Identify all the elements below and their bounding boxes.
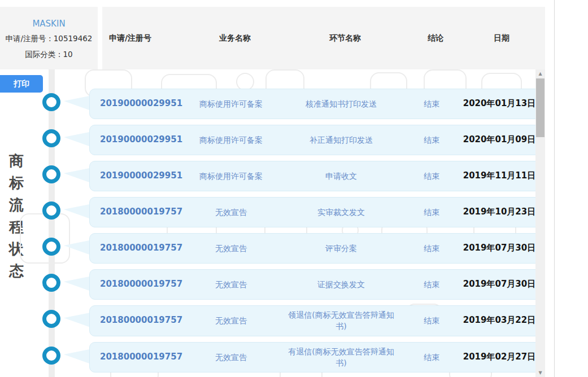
trademark-summary-card: MASKIN 申请/注册号 : 10519462 国际分类 : 10 [0,7,98,69]
result-cell: 结束 [409,352,454,363]
step-cell: 补正通知打印发送 [273,134,409,146]
step-cell: 申请收文 [273,170,409,182]
timeline-node-icon [42,129,60,147]
timeline-node-icon [42,274,60,292]
business-cell: 商标使用许可备案 [189,134,273,146]
business-cell: 无效宣告 [189,279,273,290]
process-record: 20180000019757 无效宣告 证据交换发文 结束 2019年07月30… [89,269,544,300]
process-record: 20190000029951 商标使用许可备案 补正通知打印发送 结束 2020… [89,125,544,155]
timeline-track [49,69,55,377]
process-record: 20180000019757 无效宣告 有退信(商标无效宣告答辩通知书) 结束 … [89,342,544,373]
reg-no-cell: 20180000019757 [90,242,189,255]
result-cell: 结束 [409,134,454,146]
reg-no-cell: 20190000029951 [90,98,189,110]
timeline-row: 20190000029951 商标使用许可备案 核准通知书打印发送 结束 202… [89,89,544,119]
date-cell: 2019年07月30日 [454,278,545,291]
business-cell: 无效宣告 [189,315,273,326]
bubble-tail-icon [64,96,89,110]
timeline-row: 20180000019757 无效宣告 评审分案 结束 2019年07月30日 [89,233,544,264]
bubble-tail-icon [64,132,89,146]
step-cell: 评审分案 [273,243,409,254]
timeline-node-icon [42,165,60,183]
result-cell: 结束 [409,243,454,254]
timeline-node-icon [42,347,60,365]
business-cell: 无效宣告 [189,352,273,363]
panel-border [554,0,555,377]
table-header: 申请/注册号 业务名称 环节名称 结论 日期 [102,7,545,69]
col-header-result: 结论 [413,33,458,43]
scroll-down-icon[interactable]: ▼ [535,369,545,377]
scroll-up-icon[interactable]: ▲ [535,69,545,78]
timeline-node-icon [42,238,60,256]
process-record: 20180000019757 无效宣告 领退信(商标无效宣告答辩通知书) 结束 … [89,305,544,336]
reg-no-cell: 20190000029951 [90,170,189,182]
result-cell: 结束 [409,207,454,218]
vertical-scrollbar[interactable]: ▲ ▼ [535,69,545,377]
step-cell: 核准通知书打印发送 [273,98,409,109]
timeline-rows: 20190000029951 商标使用许可备案 核准通知书打印发送 结束 202… [89,69,544,372]
result-cell: 结束 [409,315,454,326]
registration-number-line: 申请/注册号 : 10519462 [0,34,98,44]
business-cell: 商标使用许可备案 [189,170,273,182]
trademark-name: MASKIN [0,19,98,29]
date-cell: 2019年03月22日 [454,314,545,327]
intl-class-line: 国际分类 : 10 [0,50,98,60]
timeline-row: 20180000019757 无效宣告 实审裁文发文 结束 2019年10月23… [89,197,544,227]
date-cell: 2019年10月23日 [454,206,545,218]
process-record: 20180000019757 无效宣告 评审分案 结束 2019年07月30日 [89,233,544,264]
col-header-date: 日期 [458,33,545,43]
timeline-row: 20180000019757 无效宣告 领退信(商标无效宣告答辩通知书) 结束 … [89,305,544,336]
scrollbar-thumb[interactable] [536,78,545,137]
bubble-tail-icon [64,168,89,182]
result-cell: 结束 [409,98,454,109]
bubble-tail-icon [64,277,89,291]
timeline-node-icon [42,93,60,111]
date-cell: 2020年01月09日 [454,134,545,146]
business-cell: 无效宣告 [189,243,273,254]
timeline-node-icon [42,310,60,328]
step-cell: 证据交换发文 [273,279,409,290]
date-cell: 2019年11月11日 [454,170,545,182]
bubble-tail-icon [64,313,89,327]
timeline-row: 20190000029951 商标使用许可备案 补正通知打印发送 结束 2020… [89,125,544,155]
step-cell: 领退信(商标无效宣告答辩通知书) [273,309,409,332]
process-record: 20180000019757 无效宣告 实审裁文发文 结束 2019年10月23… [89,197,544,227]
step-cell: 实审裁文发文 [273,207,409,218]
timeline-row: 20190000029951 商标使用许可备案 申请收文 结束 2019年11月… [89,161,544,191]
col-header-reg-no: 申请/注册号 [102,33,193,43]
result-cell: 结束 [409,279,454,290]
reg-no-cell: 20190000029951 [90,134,189,146]
reg-no-cell: 20180000019757 [90,351,189,363]
step-cell: 有退信(商标无效宣告答辩通知书) [273,346,409,369]
date-cell: 2019年07月30日 [454,242,545,255]
col-header-step: 环节名称 [277,33,413,43]
process-record: 20190000029951 商标使用许可备案 核准通知书打印发送 结束 202… [89,89,544,119]
process-list: 20190000029951 商标使用许可备案 核准通知书打印发送 结束 202… [0,69,545,377]
timeline-row: 20180000019757 无效宣告 有退信(商标无效宣告答辩通知书) 结束 … [89,342,544,373]
process-record: 20190000029951 商标使用许可备案 申请收文 结束 2019年11月… [89,161,544,191]
business-cell: 商标使用许可备案 [189,98,273,109]
timeline-row: 20180000019757 无效宣告 证据交换发文 结束 2019年07月30… [89,269,544,300]
date-cell: 2020年01月13日 [454,98,545,110]
reg-no-cell: 20180000019757 [90,206,189,218]
col-header-business: 业务名称 [193,33,277,43]
bubble-tail-icon [64,349,89,363]
timeline-node-icon [42,201,60,220]
result-cell: 结束 [409,170,454,182]
watermark-shape [20,213,70,264]
business-cell: 无效宣告 [189,207,273,218]
reg-no-cell: 20180000019757 [90,278,189,291]
date-cell: 2019年02月27日 [454,351,545,363]
reg-no-cell: 20180000019757 [90,314,189,327]
